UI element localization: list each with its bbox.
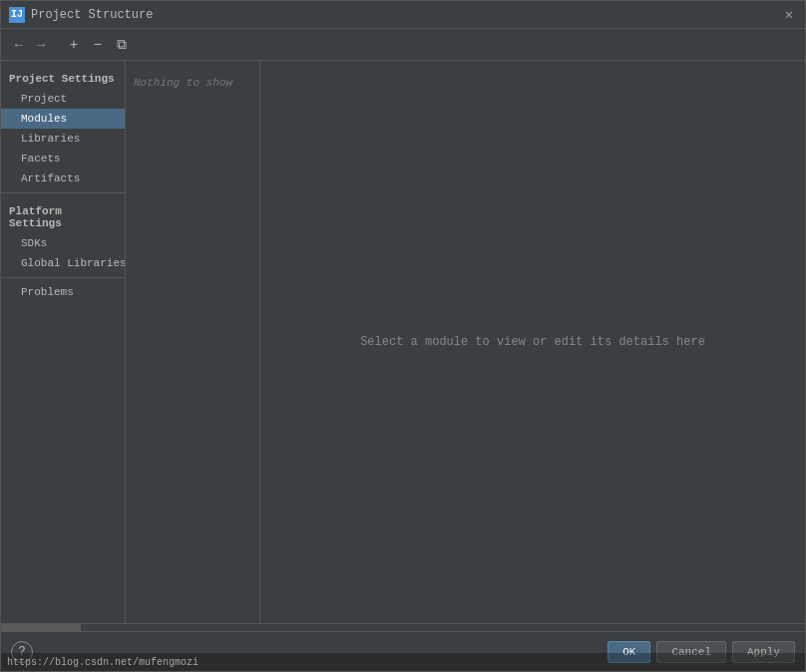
url-text: https://blog.csdn.net/mufengmozi [7,657,199,668]
toolbar: ← → + − ⧉ [1,29,805,61]
sidebar-item-project[interactable]: Project [1,89,125,109]
close-button[interactable]: ✕ [781,7,797,23]
sidebar-divider [1,192,125,193]
sidebar-item-global-libraries[interactable]: Global Libraries [1,253,125,273]
title-bar: IJ Project Structure ✕ [1,1,805,29]
module-details-panel: Select a module to view or edit its deta… [260,61,805,623]
horizontal-scrollbar[interactable] [1,623,805,631]
navigation-buttons: ← → [9,35,51,55]
title-bar-left: IJ Project Structure [9,7,153,23]
modules-list-panel: Nothing to show [126,61,260,623]
sidebar-item-artifacts[interactable]: Artifacts [1,168,125,188]
url-bar: https://blog.csdn.net/mufengmozi [1,653,805,671]
project-structure-window: IJ Project Structure ✕ ← → + − ⧉ Project… [0,0,806,672]
sidebar-item-facets[interactable]: Facets [1,149,125,168]
window-title: Project Structure [31,8,153,22]
app-icon: IJ [9,7,25,23]
sidebar-divider-2 [1,277,125,278]
sidebar-item-modules[interactable]: Modules [1,109,125,129]
select-module-message: Select a module to view or edit its deta… [360,335,705,349]
copy-button[interactable]: ⧉ [111,34,133,56]
project-settings-header: Project Settings [1,65,125,89]
sidebar-item-problems[interactable]: Problems [1,282,125,302]
remove-button[interactable]: − [87,34,109,56]
sidebar: Project Settings Project Modules Librari… [1,61,126,623]
sidebar-item-libraries[interactable]: Libraries [1,129,125,149]
nothing-to-show-text: Nothing to show [134,77,251,89]
sidebar-item-sdks[interactable]: SDKs [1,233,125,253]
scrollbar-thumb[interactable] [1,624,81,632]
add-button[interactable]: + [63,34,85,56]
content-area: Project Settings Project Modules Librari… [1,61,805,623]
main-panel: Nothing to show Select a module to view … [126,61,805,623]
forward-button[interactable]: → [31,35,51,55]
back-button[interactable]: ← [9,35,29,55]
platform-settings-header: Platform Settings [1,197,125,233]
toolbar-actions: + − ⧉ [63,34,133,56]
